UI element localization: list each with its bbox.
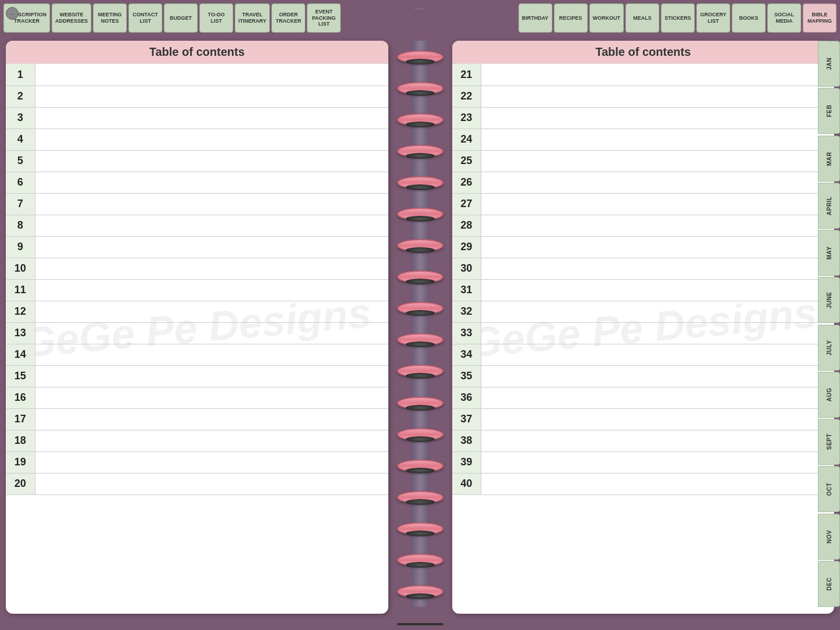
row-number: 21 [452,64,481,86]
row-content[interactable] [481,193,835,215]
binding-ring [394,583,446,599]
month-tab-feb[interactable]: FEB [818,88,840,134]
row-number: 22 [452,86,481,107]
row-content[interactable] [481,129,835,150]
table-row: 15 [6,365,388,387]
nav-tab-right-social[interactable]: SOCIAL MEDIA [767,3,801,33]
nav-tab-order[interactable]: Order Tracker [271,3,305,33]
nav-tab-budget[interactable]: Budget [164,3,198,33]
row-content[interactable] [35,451,388,473]
nav-tab-event[interactable]: EVENT PACKING LIST [307,3,341,33]
row-content[interactable] [35,86,388,107]
month-tab-jan[interactable]: JAN [818,41,840,87]
row-content[interactable] [35,215,388,236]
row-content[interactable] [35,107,388,129]
nav-tab-right-recipes[interactable]: Recipes [554,3,588,33]
row-number: 26 [452,172,481,193]
row-number: 37 [452,408,481,430]
row-content[interactable] [481,86,835,107]
row-content[interactable] [35,279,388,301]
row-content[interactable] [481,215,835,236]
binding-ring [394,80,446,96]
month-tab-nov[interactable]: NOV [818,514,840,560]
row-number: 6 [6,172,35,193]
month-tab-oct[interactable]: OCT [818,466,840,512]
row-content[interactable] [481,107,835,129]
row-content[interactable] [481,322,835,344]
row-content[interactable] [481,258,835,279]
row-content[interactable] [35,473,388,494]
row-number: 11 [6,279,35,301]
nav-tab-website[interactable]: WEBSITE ADDRESSES [52,3,91,33]
row-content[interactable] [481,172,835,193]
row-number: 27 [452,193,481,215]
window-minimize-button[interactable]: – [6,7,19,20]
binding-ring [394,237,446,253]
row-content[interactable] [481,408,835,430]
month-tab-july[interactable]: JULY [818,325,840,371]
row-content[interactable] [481,387,835,408]
month-tab-aug[interactable]: AUG [818,372,840,418]
nav-tab-to-do[interactable]: TO-DO LIST [199,3,233,33]
row-content[interactable] [35,365,388,387]
row-content[interactable] [35,301,388,322]
row-content[interactable] [481,365,835,387]
table-row: 17 [6,408,388,430]
row-content[interactable] [35,344,388,365]
row-content[interactable] [35,129,388,150]
row-content[interactable] [481,473,835,494]
row-content[interactable] [481,344,835,365]
row-number: 3 [6,107,35,129]
nav-tab-right-workout[interactable]: WORKOUT [589,3,624,33]
nav-tab-contact[interactable]: CONTACT LIST [128,3,162,33]
row-content[interactable] [35,172,388,193]
row-number: 12 [6,301,35,322]
row-content[interactable] [35,150,388,172]
row-number: 29 [452,236,481,258]
row-content[interactable] [35,236,388,258]
month-tab-may[interactable]: MAY [818,230,840,276]
nav-tab-travel[interactable]: TRAVEL ITINERARY [235,3,270,33]
row-content[interactable] [481,236,835,258]
row-content[interactable] [481,150,835,172]
nav-tab-right-meals[interactable]: MEALS [625,3,659,33]
row-content[interactable] [35,387,388,408]
table-row: 36 [452,387,835,408]
table-row: 35 [452,365,835,387]
month-tab-sept[interactable]: SEPT [818,419,840,465]
row-content[interactable] [35,258,388,279]
row-content[interactable] [481,451,835,473]
month-tab-mar[interactable]: MAR [818,136,840,181]
row-content[interactable] [481,301,835,322]
row-number: 34 [452,344,481,365]
nav-tab-right-books[interactable]: BOOKS [732,3,766,33]
nav-tab-right-stickers[interactable]: STICKERS [661,3,695,33]
row-content[interactable] [35,430,388,451]
table-row: 3 [6,107,388,129]
row-content[interactable] [35,64,388,86]
table-row: 21 [452,64,835,86]
row-content[interactable] [35,408,388,430]
row-content[interactable] [481,64,835,86]
table-row: 38 [452,430,835,451]
table-row: 7 [6,193,388,215]
nav-tab-right-bible[interactable]: BIBLE MAPPING [803,3,837,33]
nav-tab-right-birthday[interactable]: BIRTHDAY [519,3,552,33]
month-tab-dec[interactable]: DEC [818,561,840,607]
table-row: 28 [452,215,835,236]
row-content[interactable] [481,279,835,301]
right-toc-header: Table of contents [452,41,835,64]
nav-tab-meeting[interactable]: MEETING NOTES [93,3,127,33]
row-number: 8 [6,215,35,236]
row-number: 39 [452,451,481,473]
binding-ring [394,268,446,284]
binding-ring [394,520,446,536]
row-content[interactable] [481,430,835,451]
table-row: 4 [6,129,388,150]
row-content[interactable] [35,193,388,215]
table-row: 33 [452,322,835,344]
month-tab-april[interactable]: APRIL [818,183,840,229]
month-tab-june[interactable]: JUNE [818,277,840,323]
nav-tab-right-grocery[interactable]: GROCERY LIST [696,3,730,33]
row-content[interactable] [35,322,388,344]
